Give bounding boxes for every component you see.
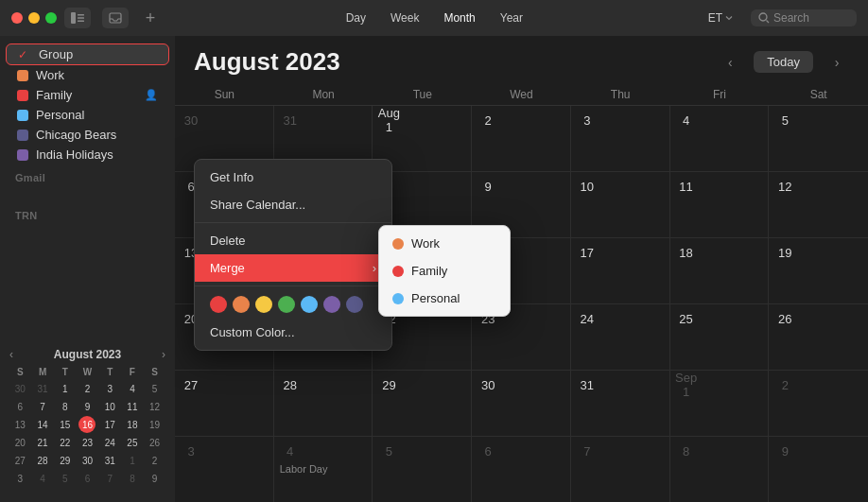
day-view-button[interactable]: Day [335, 9, 377, 27]
table-row[interactable]: 27 [175, 371, 274, 437]
mini-day[interactable]: 24 [101, 434, 118, 451]
mini-day[interactable]: 2 [78, 380, 95, 397]
table-row[interactable]: 10 [571, 172, 670, 238]
table-row[interactable]: 7 [571, 437, 670, 502]
mini-day[interactable]: 27 [11, 452, 28, 469]
mini-day[interactable]: 7 [101, 470, 118, 487]
mini-day[interactable]: 12 [147, 398, 164, 415]
sidebar-item-group[interactable]: ✓ Group [6, 43, 169, 65]
mini-day[interactable]: 3 [11, 470, 28, 487]
mini-day-today[interactable]: 16 [78, 416, 95, 433]
mini-day[interactable]: 11 [124, 398, 141, 415]
mini-day[interactable]: 31 [101, 452, 118, 469]
mini-day[interactable]: 14 [34, 416, 51, 433]
week-view-button[interactable]: Week [379, 9, 430, 27]
color-purple[interactable] [323, 296, 340, 313]
mini-cal-next[interactable]: › [162, 348, 165, 361]
cal-next-button[interactable]: › [825, 50, 849, 75]
mini-day[interactable]: 8 [124, 470, 141, 487]
sidebar-item-india-holidays[interactable]: India Holidays [6, 145, 169, 164]
merge-family-item[interactable]: Family [379, 257, 510, 285]
table-row[interactable]: 31 [571, 371, 670, 437]
cal-prev-button[interactable]: ‹ [718, 50, 742, 75]
mini-day[interactable]: 8 [57, 398, 74, 415]
month-view-button[interactable]: Month [432, 9, 486, 27]
mini-day[interactable]: 5 [147, 380, 164, 397]
mini-day[interactable]: 22 [57, 434, 74, 451]
table-row[interactable]: 9 [769, 437, 868, 502]
mini-day[interactable]: 4 [124, 380, 141, 397]
get-info-menu-item[interactable]: Get Info [195, 164, 391, 191]
mini-day[interactable]: 13 [11, 416, 28, 433]
table-row[interactable]: 11 [670, 172, 770, 238]
table-row[interactable]: 5 [373, 437, 472, 502]
color-navy[interactable] [346, 296, 363, 313]
table-row[interactable]: 2 [769, 371, 868, 437]
mini-day[interactable]: 26 [147, 434, 164, 451]
sidebar-toggle-icon[interactable] [64, 8, 91, 28]
mini-day[interactable]: 31 [34, 380, 51, 397]
add-event-button[interactable]: + [140, 8, 161, 28]
table-row[interactable]: 19 [769, 238, 868, 304]
inbox-icon[interactable] [102, 8, 129, 28]
color-blue[interactable] [301, 296, 318, 313]
share-calendar-menu-item[interactable]: Share Calendar... [195, 191, 391, 218]
search-input[interactable] [773, 11, 849, 25]
mini-day[interactable]: 25 [124, 434, 141, 451]
table-row[interactable]: 29 [373, 371, 472, 437]
search-box[interactable] [751, 9, 857, 26]
custom-color-menu-item[interactable]: Custom Color... [195, 319, 391, 346]
mini-day[interactable]: 15 [57, 416, 74, 433]
year-view-button[interactable]: Year [489, 9, 534, 27]
mini-day[interactable]: 10 [101, 398, 118, 415]
minimize-button[interactable] [28, 12, 40, 24]
table-row[interactable]: 30 [472, 371, 571, 437]
table-row[interactable]: 24 [571, 304, 670, 371]
table-row[interactable]: 17 [571, 238, 670, 304]
close-button[interactable] [11, 12, 23, 24]
sidebar-item-family[interactable]: Family 👤 [6, 85, 169, 105]
mini-day[interactable]: 23 [78, 434, 95, 451]
table-row[interactable]: 18 [670, 238, 770, 304]
mini-day[interactable]: 1 [124, 452, 141, 469]
mini-day[interactable]: 6 [11, 398, 28, 415]
color-green[interactable] [278, 296, 295, 313]
merge-work-item[interactable]: Work [379, 230, 510, 257]
merge-personal-item[interactable]: Personal [379, 285, 510, 312]
mini-day[interactable]: 20 [11, 434, 28, 451]
color-yellow[interactable] [255, 296, 272, 313]
mini-day[interactable]: 29 [57, 452, 74, 469]
mini-day[interactable]: 21 [34, 434, 51, 451]
timezone-selector[interactable]: ET [708, 11, 734, 25]
mini-day[interactable]: 28 [34, 452, 51, 469]
table-row[interactable]: 8 [670, 437, 770, 502]
table-row[interactable]: 28 [274, 371, 373, 437]
table-row[interactable]: 25 [670, 304, 770, 371]
mini-day[interactable]: 9 [147, 470, 164, 487]
maximize-button[interactable] [45, 12, 57, 24]
mini-day[interactable]: 18 [124, 416, 141, 433]
mini-day[interactable]: 30 [78, 452, 95, 469]
table-row[interactable]: 26 [769, 304, 868, 371]
table-row[interactable]: 12 [769, 172, 868, 238]
table-row[interactable]: 2 [472, 106, 571, 172]
mini-day[interactable]: 30 [11, 380, 28, 397]
mini-day[interactable]: 5 [57, 470, 74, 487]
mini-day[interactable]: 1 [57, 380, 74, 397]
today-button[interactable]: Today [754, 51, 813, 73]
mini-day[interactable]: 17 [101, 416, 118, 433]
table-row[interactable]: 3 [571, 106, 670, 172]
mini-day[interactable]: 2 [147, 452, 164, 469]
mini-day[interactable]: 9 [78, 398, 95, 415]
mini-day[interactable]: 7 [34, 398, 51, 415]
mini-day[interactable]: 3 [101, 380, 118, 397]
mini-day[interactable]: 4 [34, 470, 51, 487]
color-orange[interactable] [233, 296, 250, 313]
table-row[interactable]: 3 [175, 437, 274, 502]
table-row[interactable]: 6 [472, 437, 571, 502]
table-row[interactable]: 5 [769, 106, 868, 172]
sidebar-item-chicago-bears[interactable]: Chicago Bears [6, 125, 169, 145]
mini-cal-prev[interactable]: ‹ [9, 348, 13, 361]
sidebar-item-personal[interactable]: Personal [6, 105, 169, 125]
delete-menu-item[interactable]: Delete [195, 227, 391, 254]
